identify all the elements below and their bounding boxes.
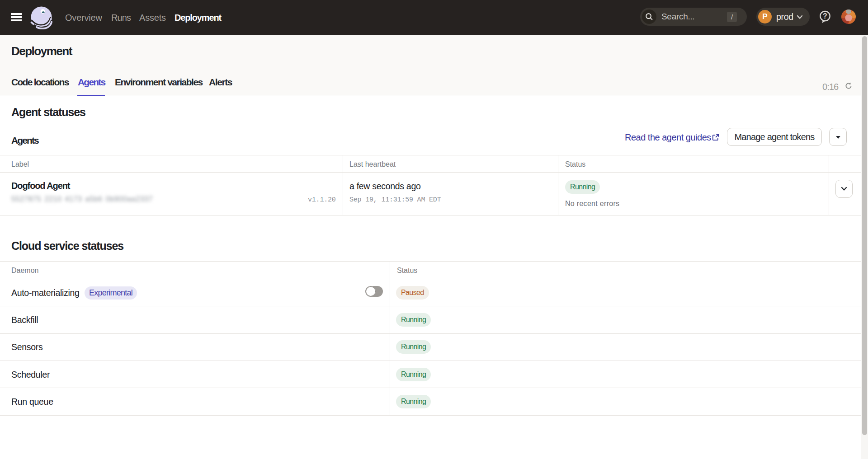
svg-text:?: ? <box>823 12 827 20</box>
